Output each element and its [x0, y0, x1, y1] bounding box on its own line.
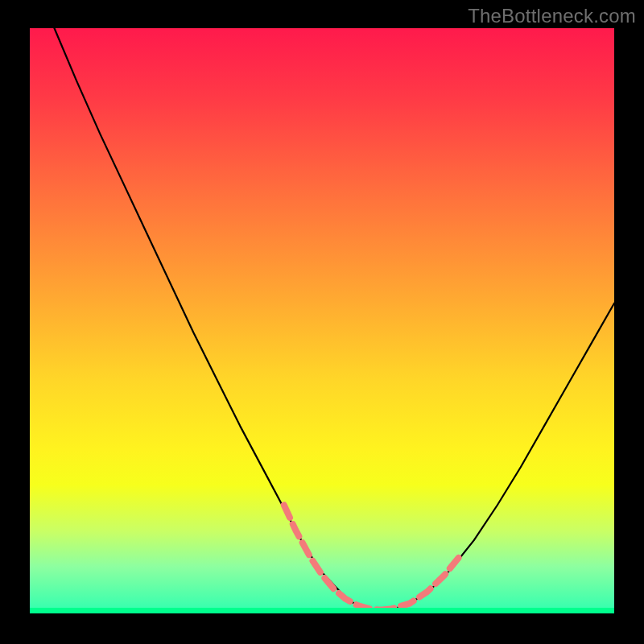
watermark-text: TheBottleneck.com — [468, 5, 636, 27]
chart-frame: TheBottleneck.com — [0, 0, 644, 644]
optimal-band-left — [284, 506, 381, 610]
bottleneck-curve — [54, 28, 614, 610]
plot-area — [30, 28, 614, 613]
chart-svg — [30, 28, 614, 613]
optimal-band-right — [381, 553, 463, 610]
zero-bottleneck-band — [30, 608, 614, 613]
